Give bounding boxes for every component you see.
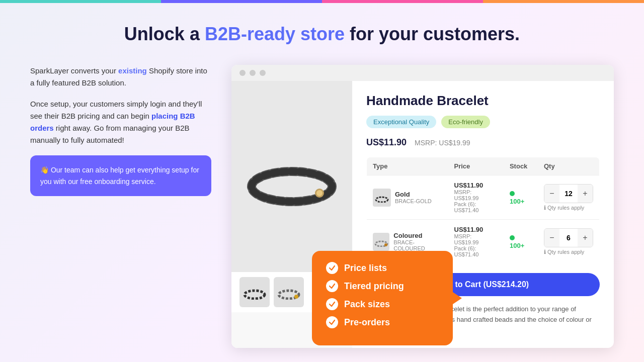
row1-type-label: Gold (395, 191, 432, 198)
callout-label-2: Tiered pricing (344, 281, 404, 292)
check-icon-4 (326, 316, 338, 328)
badge-quality: Exceptional Quality (366, 116, 436, 128)
thumb-bracelet-1 (242, 285, 267, 300)
cta-icon: 👋 (40, 166, 49, 174)
price-row: US$11.90 MSRP: US$19.99 (366, 137, 600, 148)
row1-price: US$11.90 MSRP: US$19.99 Pack (6): US$71.… (448, 175, 504, 220)
qty-control-2[interactable]: − + (544, 228, 593, 247)
left-para1-prefix: SparkLayer converts your (30, 66, 118, 75)
qty-minus-1[interactable]: − (544, 185, 559, 203)
row2-qty: − + ℹ Qty rules apply (538, 220, 600, 264)
row1-price-pack: Pack (6): US$71.40 (454, 201, 498, 213)
main-container: Unlock a B2B-ready store for your custom… (0, 3, 644, 362)
headline-suffix: for your customers. (345, 24, 520, 44)
product-table: Type Price Stock Qty (366, 157, 600, 264)
badges-row: Exceptional Quality Eco-friendly (366, 116, 600, 128)
check-icon-3 (326, 298, 338, 310)
row1-stock: 100+ (504, 175, 538, 220)
browser-dot-1 (239, 70, 246, 76)
bracelet-svg (242, 146, 342, 207)
row1-image (373, 189, 391, 207)
product-main-image (231, 81, 352, 272)
stock-dot-1 (510, 191, 515, 196)
page-headline: Unlock a B2B-ready store for your custom… (30, 23, 614, 45)
product-thumb-1[interactable] (239, 277, 270, 307)
content-row: SparkLayer converts your existing Shopif… (30, 65, 614, 347)
callout-label-4: Pre-orders (344, 317, 390, 328)
row2-price-main: US$11.90 (454, 226, 498, 233)
svg-point-4 (245, 291, 265, 299)
callout-label-3: Pack sizes (344, 299, 390, 310)
browser-bar (231, 65, 614, 81)
svg-point-3 (316, 190, 323, 196)
row1-qty: − + ℹ Qty rules apply (538, 175, 600, 220)
qty-control-1[interactable]: − + (544, 184, 593, 203)
row2-image (373, 233, 389, 251)
browser-dot-2 (250, 70, 256, 76)
headline-prefix: Unlock a (124, 24, 205, 44)
callout-item-1: Price lists (326, 262, 439, 274)
qty-input-2[interactable] (559, 234, 578, 242)
callout-item-3: Pack sizes (326, 298, 439, 310)
callout-item-4: Pre-orders (326, 316, 439, 328)
badge-eco: Eco-friendly (441, 116, 490, 128)
check-icon-2 (326, 280, 338, 292)
qty-input-1[interactable] (559, 190, 578, 198)
left-panel: SparkLayer converts your existing Shopif… (30, 65, 211, 196)
row2-type-label: Coloured (393, 232, 442, 239)
left-para2: Once setup, your customers simply login … (30, 98, 211, 146)
row2-stock: 100+ (504, 220, 538, 264)
row1-price-main: US$11.90 (454, 182, 498, 189)
row1-type: Gold BRACE-GOLD (367, 175, 448, 220)
cta-text: Our team can also help get everything se… (40, 166, 199, 185)
row2-stock-label: 100+ (510, 242, 524, 249)
col-qty: Qty (538, 157, 600, 175)
svg-point-9 (384, 243, 387, 246)
col-price: Price (448, 157, 504, 175)
qty-plus-2[interactable]: + (578, 229, 593, 247)
right-panel: Price lists Tiered pricing Pack sizes (231, 65, 614, 347)
existing-link: existing (118, 66, 147, 75)
price-main: US$11.90 (366, 137, 407, 148)
callout-arrow (453, 292, 462, 304)
table-row: Gold BRACE-GOLD US$11.90 MSRP: US$19.99 (367, 175, 600, 220)
row2-qty-rules: ℹ Qty rules apply (544, 249, 593, 255)
price-msrp: MSRP: US$19.99 (415, 139, 470, 147)
cta-box: 👋 Our team can also help get everything … (30, 155, 211, 196)
callout-label-1: Price lists (344, 263, 387, 274)
row2-sku: BRACE-COLOURED (393, 239, 442, 251)
col-stock: Stock (504, 157, 538, 175)
row2-price-pack: Pack (6): US$71.40 (454, 245, 498, 257)
headline-highlight: B2B-ready store (205, 24, 345, 44)
left-para2-suffix: right away. Go from managing your B2B ma… (30, 124, 190, 144)
row1-sku: BRACE-GOLD (395, 198, 432, 204)
row1-stock-label: 100+ (510, 198, 524, 205)
row2-price-msrp: MSRP: US$19.99 (454, 233, 498, 245)
product-title: Handmade Bracelet (366, 93, 600, 109)
row1-price-msrp: MSRP: US$19.99 (454, 189, 498, 201)
callout-item-2: Tiered pricing (326, 280, 439, 292)
stock-dot-2 (510, 235, 515, 240)
check-icon-1 (326, 262, 338, 274)
row1-qty-rules: ℹ Qty rules apply (544, 205, 593, 211)
thumb-bracelet-2 (276, 285, 301, 300)
qty-plus-1[interactable]: + (578, 185, 593, 203)
row2-price: US$11.90 MSRP: US$19.99 Pack (6): US$71.… (448, 220, 504, 264)
qty-minus-2[interactable]: − (544, 229, 559, 247)
col-type: Type (367, 157, 448, 175)
product-thumb-2[interactable] (274, 277, 304, 307)
svg-point-6 (294, 295, 298, 299)
left-para1: SparkLayer converts your existing Shopif… (30, 65, 211, 89)
callout-bubble: Price lists Tiered pricing Pack sizes (312, 251, 453, 345)
browser-dot-3 (260, 70, 266, 76)
svg-point-7 (376, 197, 388, 202)
